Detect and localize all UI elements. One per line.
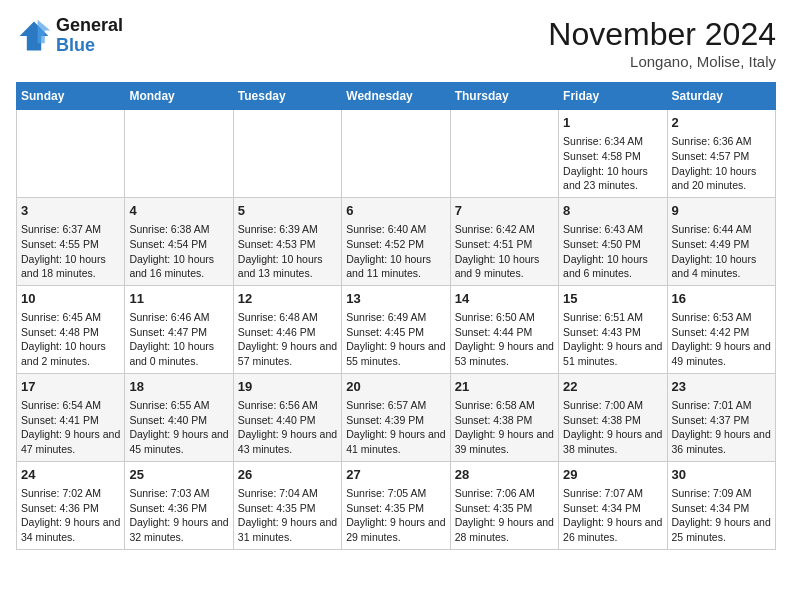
day-cell: 30Sunrise: 7:09 AM Sunset: 4:34 PM Dayli…	[667, 461, 775, 549]
day-number: 9	[672, 202, 771, 220]
day-info: Sunrise: 6:44 AM Sunset: 4:49 PM Dayligh…	[672, 222, 771, 281]
day-cell: 2Sunrise: 6:36 AM Sunset: 4:57 PM Daylig…	[667, 110, 775, 198]
day-number: 11	[129, 290, 228, 308]
logo-line2: Blue	[56, 35, 95, 55]
day-number: 7	[455, 202, 554, 220]
calendar-body: 1Sunrise: 6:34 AM Sunset: 4:58 PM Daylig…	[17, 110, 776, 550]
day-cell: 21Sunrise: 6:58 AM Sunset: 4:38 PM Dayli…	[450, 373, 558, 461]
day-cell: 26Sunrise: 7:04 AM Sunset: 4:35 PM Dayli…	[233, 461, 341, 549]
day-info: Sunrise: 6:51 AM Sunset: 4:43 PM Dayligh…	[563, 310, 662, 369]
day-cell	[342, 110, 450, 198]
week-row-1: 1Sunrise: 6:34 AM Sunset: 4:58 PM Daylig…	[17, 110, 776, 198]
logo-line1: General	[56, 15, 123, 35]
day-cell: 24Sunrise: 7:02 AM Sunset: 4:36 PM Dayli…	[17, 461, 125, 549]
day-number: 19	[238, 378, 337, 396]
header-day-friday: Friday	[559, 83, 667, 110]
day-cell: 4Sunrise: 6:38 AM Sunset: 4:54 PM Daylig…	[125, 197, 233, 285]
day-info: Sunrise: 6:38 AM Sunset: 4:54 PM Dayligh…	[129, 222, 228, 281]
day-info: Sunrise: 6:45 AM Sunset: 4:48 PM Dayligh…	[21, 310, 120, 369]
day-number: 23	[672, 378, 771, 396]
day-number: 25	[129, 466, 228, 484]
day-info: Sunrise: 7:00 AM Sunset: 4:38 PM Dayligh…	[563, 398, 662, 457]
calendar-table: SundayMondayTuesdayWednesdayThursdayFrid…	[16, 82, 776, 550]
day-number: 14	[455, 290, 554, 308]
day-cell	[17, 110, 125, 198]
week-row-3: 10Sunrise: 6:45 AM Sunset: 4:48 PM Dayli…	[17, 285, 776, 373]
week-row-4: 17Sunrise: 6:54 AM Sunset: 4:41 PM Dayli…	[17, 373, 776, 461]
day-cell: 13Sunrise: 6:49 AM Sunset: 4:45 PM Dayli…	[342, 285, 450, 373]
day-info: Sunrise: 7:02 AM Sunset: 4:36 PM Dayligh…	[21, 486, 120, 545]
day-number: 27	[346, 466, 445, 484]
header-row: SundayMondayTuesdayWednesdayThursdayFrid…	[17, 83, 776, 110]
day-number: 30	[672, 466, 771, 484]
location-subtitle: Longano, Molise, Italy	[548, 53, 776, 70]
day-number: 12	[238, 290, 337, 308]
day-cell: 10Sunrise: 6:45 AM Sunset: 4:48 PM Dayli…	[17, 285, 125, 373]
day-number: 8	[563, 202, 662, 220]
page-header: General Blue November 2024 Longano, Moli…	[16, 16, 776, 70]
day-cell: 6Sunrise: 6:40 AM Sunset: 4:52 PM Daylig…	[342, 197, 450, 285]
day-info: Sunrise: 6:46 AM Sunset: 4:47 PM Dayligh…	[129, 310, 228, 369]
header-day-monday: Monday	[125, 83, 233, 110]
day-info: Sunrise: 6:37 AM Sunset: 4:55 PM Dayligh…	[21, 222, 120, 281]
day-cell: 23Sunrise: 7:01 AM Sunset: 4:37 PM Dayli…	[667, 373, 775, 461]
day-cell: 5Sunrise: 6:39 AM Sunset: 4:53 PM Daylig…	[233, 197, 341, 285]
day-number: 1	[563, 114, 662, 132]
week-row-2: 3Sunrise: 6:37 AM Sunset: 4:55 PM Daylig…	[17, 197, 776, 285]
day-cell: 18Sunrise: 6:55 AM Sunset: 4:40 PM Dayli…	[125, 373, 233, 461]
day-cell: 27Sunrise: 7:05 AM Sunset: 4:35 PM Dayli…	[342, 461, 450, 549]
title-block: November 2024 Longano, Molise, Italy	[548, 16, 776, 70]
svg-marker-1	[38, 20, 51, 43]
day-cell: 29Sunrise: 7:07 AM Sunset: 4:34 PM Dayli…	[559, 461, 667, 549]
day-number: 20	[346, 378, 445, 396]
day-number: 24	[21, 466, 120, 484]
calendar-header: SundayMondayTuesdayWednesdayThursdayFrid…	[17, 83, 776, 110]
day-cell: 12Sunrise: 6:48 AM Sunset: 4:46 PM Dayli…	[233, 285, 341, 373]
day-number: 15	[563, 290, 662, 308]
day-cell: 28Sunrise: 7:06 AM Sunset: 4:35 PM Dayli…	[450, 461, 558, 549]
header-day-sunday: Sunday	[17, 83, 125, 110]
day-cell: 7Sunrise: 6:42 AM Sunset: 4:51 PM Daylig…	[450, 197, 558, 285]
day-number: 18	[129, 378, 228, 396]
day-number: 17	[21, 378, 120, 396]
day-info: Sunrise: 7:04 AM Sunset: 4:35 PM Dayligh…	[238, 486, 337, 545]
day-cell: 17Sunrise: 6:54 AM Sunset: 4:41 PM Dayli…	[17, 373, 125, 461]
day-info: Sunrise: 6:49 AM Sunset: 4:45 PM Dayligh…	[346, 310, 445, 369]
day-number: 5	[238, 202, 337, 220]
day-cell	[233, 110, 341, 198]
day-cell: 3Sunrise: 6:37 AM Sunset: 4:55 PM Daylig…	[17, 197, 125, 285]
day-number: 26	[238, 466, 337, 484]
day-cell: 14Sunrise: 6:50 AM Sunset: 4:44 PM Dayli…	[450, 285, 558, 373]
day-number: 2	[672, 114, 771, 132]
day-info: Sunrise: 6:53 AM Sunset: 4:42 PM Dayligh…	[672, 310, 771, 369]
day-info: Sunrise: 6:58 AM Sunset: 4:38 PM Dayligh…	[455, 398, 554, 457]
logo: General Blue	[16, 16, 123, 56]
day-info: Sunrise: 6:34 AM Sunset: 4:58 PM Dayligh…	[563, 134, 662, 193]
day-cell: 15Sunrise: 6:51 AM Sunset: 4:43 PM Dayli…	[559, 285, 667, 373]
day-cell	[450, 110, 558, 198]
day-number: 29	[563, 466, 662, 484]
day-info: Sunrise: 7:06 AM Sunset: 4:35 PM Dayligh…	[455, 486, 554, 545]
month-title: November 2024	[548, 16, 776, 53]
day-info: Sunrise: 7:03 AM Sunset: 4:36 PM Dayligh…	[129, 486, 228, 545]
day-number: 28	[455, 466, 554, 484]
logo-icon	[16, 18, 52, 54]
day-info: Sunrise: 6:48 AM Sunset: 4:46 PM Dayligh…	[238, 310, 337, 369]
day-info: Sunrise: 7:09 AM Sunset: 4:34 PM Dayligh…	[672, 486, 771, 545]
day-number: 22	[563, 378, 662, 396]
day-info: Sunrise: 6:56 AM Sunset: 4:40 PM Dayligh…	[238, 398, 337, 457]
day-cell: 8Sunrise: 6:43 AM Sunset: 4:50 PM Daylig…	[559, 197, 667, 285]
week-row-5: 24Sunrise: 7:02 AM Sunset: 4:36 PM Dayli…	[17, 461, 776, 549]
day-cell: 16Sunrise: 6:53 AM Sunset: 4:42 PM Dayli…	[667, 285, 775, 373]
day-info: Sunrise: 6:43 AM Sunset: 4:50 PM Dayligh…	[563, 222, 662, 281]
header-day-tuesday: Tuesday	[233, 83, 341, 110]
day-number: 13	[346, 290, 445, 308]
day-number: 6	[346, 202, 445, 220]
day-info: Sunrise: 6:39 AM Sunset: 4:53 PM Dayligh…	[238, 222, 337, 281]
day-cell: 19Sunrise: 6:56 AM Sunset: 4:40 PM Dayli…	[233, 373, 341, 461]
day-info: Sunrise: 6:57 AM Sunset: 4:39 PM Dayligh…	[346, 398, 445, 457]
header-day-saturday: Saturday	[667, 83, 775, 110]
day-info: Sunrise: 6:50 AM Sunset: 4:44 PM Dayligh…	[455, 310, 554, 369]
day-cell: 1Sunrise: 6:34 AM Sunset: 4:58 PM Daylig…	[559, 110, 667, 198]
day-number: 10	[21, 290, 120, 308]
